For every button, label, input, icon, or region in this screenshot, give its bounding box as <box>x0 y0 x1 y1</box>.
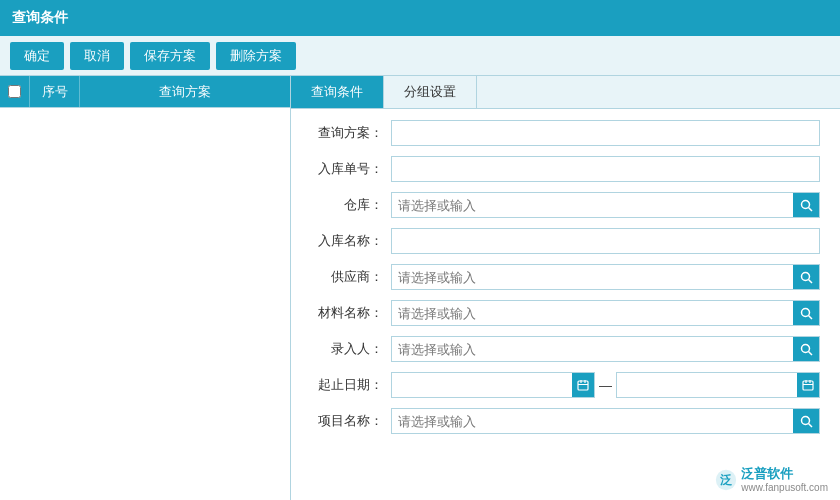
svg-point-16 <box>801 416 809 424</box>
search-supplier-button[interactable] <box>793 265 819 289</box>
svg-rect-8 <box>578 381 588 390</box>
logo-main-text: 泛普软件 <box>741 466 828 482</box>
label-warehouse: 仓库： <box>311 196 391 214</box>
date-end-wrap <box>616 372 820 398</box>
search-warehouse-button[interactable] <box>793 193 819 217</box>
field-material-name: 材料名称： <box>311 299 820 327</box>
svg-rect-12 <box>803 381 813 390</box>
footer-logo: 泛 泛普软件 www.fanpusoft.com <box>715 466 828 494</box>
field-recorder: 录入人： <box>311 335 820 363</box>
label-date-range: 起止日期： <box>311 376 391 394</box>
input-date-start[interactable] <box>392 373 572 397</box>
input-project-name-wrap <box>391 408 820 434</box>
label-supplier: 供应商： <box>311 268 391 286</box>
tabs-container: 查询条件 分组设置 <box>291 76 840 109</box>
form-content: 查询方案： 入库单号： 仓库： <box>291 109 840 499</box>
search-icon <box>800 415 813 428</box>
date-start-wrap <box>391 372 595 398</box>
svg-line-17 <box>808 423 812 427</box>
field-instock-no: 入库单号： <box>311 155 820 183</box>
search-icon <box>800 271 813 284</box>
calendar-icon <box>577 379 589 391</box>
label-query-plan: 查询方案： <box>311 124 391 142</box>
input-recorder[interactable] <box>392 337 793 361</box>
field-query-plan: 查询方案： <box>311 119 820 147</box>
left-content-area <box>0 108 290 500</box>
svg-point-6 <box>801 344 809 352</box>
toolbar: 确定 取消 保存方案 删除方案 <box>0 36 840 76</box>
label-material-name: 材料名称： <box>311 304 391 322</box>
calendar-icon <box>802 379 814 391</box>
field-project-name: 项目名称： <box>311 407 820 435</box>
input-material-name-wrap <box>391 300 820 326</box>
input-project-name[interactable] <box>392 409 793 433</box>
date-separator: — <box>599 378 612 393</box>
confirm-button[interactable]: 确定 <box>10 42 64 70</box>
svg-point-0 <box>801 200 809 208</box>
input-date-end[interactable] <box>617 373 797 397</box>
logo-url-text: www.fanpusoft.com <box>741 482 828 494</box>
svg-point-4 <box>801 308 809 316</box>
input-material-name[interactable] <box>392 301 793 325</box>
input-recorder-wrap <box>391 336 820 362</box>
input-supplier-wrap <box>391 264 820 290</box>
left-panel: 序号 查询方案 <box>0 76 291 500</box>
search-icon <box>800 343 813 356</box>
input-instock-name[interactable] <box>391 228 820 254</box>
input-query-plan[interactable] <box>391 120 820 146</box>
svg-point-2 <box>801 272 809 280</box>
left-table-header: 序号 查询方案 <box>0 76 290 108</box>
logo-text-group: 泛普软件 www.fanpusoft.com <box>741 466 828 494</box>
svg-line-1 <box>808 207 812 211</box>
main-layout: 序号 查询方案 查询条件 分组设置 查询方案： <box>0 76 840 500</box>
header-bar: 查询条件 <box>0 0 840 36</box>
search-icon <box>800 199 813 212</box>
label-project-name: 项目名称： <box>311 412 391 430</box>
save-plan-button[interactable]: 保存方案 <box>130 42 210 70</box>
select-all-checkbox[interactable] <box>8 85 21 98</box>
svg-text:泛: 泛 <box>720 473 733 487</box>
tab-query-conditions[interactable]: 查询条件 <box>291 76 384 108</box>
cancel-button[interactable]: 取消 <box>70 42 124 70</box>
date-range-container: — <box>391 372 820 398</box>
field-date-range: 起止日期： — <box>311 371 820 399</box>
calendar-start-button[interactable] <box>572 373 594 397</box>
calendar-end-button[interactable] <box>797 373 819 397</box>
input-supplier[interactable] <box>392 265 793 289</box>
input-warehouse-wrap <box>391 192 820 218</box>
svg-line-7 <box>808 351 812 355</box>
header-plan-col: 查询方案 <box>80 76 290 107</box>
search-icon <box>800 307 813 320</box>
search-material-button[interactable] <box>793 301 819 325</box>
label-instock-no: 入库单号： <box>311 160 391 178</box>
right-panel: 查询条件 分组设置 查询方案： 入库单号： 仓库： <box>291 76 840 500</box>
label-recorder: 录入人： <box>311 340 391 358</box>
delete-plan-button[interactable]: 删除方案 <box>216 42 296 70</box>
header-checkbox-col[interactable] <box>0 76 30 107</box>
input-instock-no[interactable] <box>391 156 820 182</box>
fanpu-logo-icon: 泛 <box>715 469 737 491</box>
field-warehouse: 仓库： <box>311 191 820 219</box>
header-title: 查询条件 <box>12 9 68 27</box>
input-warehouse[interactable] <box>392 193 793 217</box>
search-recorder-button[interactable] <box>793 337 819 361</box>
search-project-button[interactable] <box>793 409 819 433</box>
field-instock-name: 入库名称： <box>311 227 820 255</box>
header-seq-col: 序号 <box>30 76 80 107</box>
field-supplier: 供应商： <box>311 263 820 291</box>
svg-line-5 <box>808 315 812 319</box>
svg-line-3 <box>808 279 812 283</box>
label-instock-name: 入库名称： <box>311 232 391 250</box>
tab-group-settings[interactable]: 分组设置 <box>384 76 477 108</box>
